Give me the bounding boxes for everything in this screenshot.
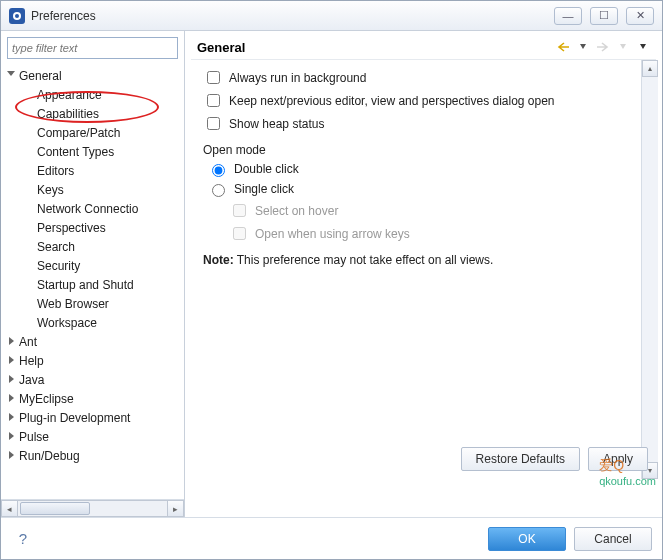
tree-item[interactable]: Content Types [7, 143, 184, 162]
show-heap-status-label: Show heap status [229, 117, 324, 131]
tree-item[interactable]: MyEclipse [7, 390, 184, 409]
tree-item[interactable]: Perspectives [7, 219, 184, 238]
always-run-background-label: Always run in background [229, 71, 366, 85]
sidebar: General AppearanceCapabilitiesCompare/Pa… [1, 31, 185, 517]
tree-item[interactable]: Help [7, 352, 184, 371]
note-text: Note: This preference may not take effec… [203, 253, 644, 267]
apply-button[interactable]: Apply [588, 447, 648, 471]
view-menu-icon[interactable] [634, 39, 652, 55]
window-title: Preferences [31, 9, 554, 23]
tree-item[interactable]: Startup and Shutd [7, 276, 184, 295]
cancel-button[interactable]: Cancel [574, 527, 652, 551]
tree-item[interactable]: Search [7, 238, 184, 257]
tree-item[interactable]: Appearance [7, 86, 184, 105]
tree-item[interactable]: Plug-in Development [7, 409, 184, 428]
tree-item[interactable]: Java [7, 371, 184, 390]
back-menu-icon[interactable] [574, 39, 592, 55]
open-arrow-keys-label: Open when using arrow keys [255, 227, 410, 241]
tree-item[interactable]: Compare/Patch [7, 124, 184, 143]
settings-panel: General ▴ ▾ Always run in background Kee… [185, 31, 662, 517]
filter-box [7, 37, 178, 59]
single-click-label: Single click [234, 182, 294, 196]
close-button[interactable]: ✕ [626, 7, 654, 25]
app-icon [9, 8, 25, 24]
forward-icon [594, 39, 612, 55]
preferences-window: Preferences ― ☐ ✕ General AppearanceCapa… [0, 0, 663, 560]
tree-item[interactable]: Security [7, 257, 184, 276]
tree-item[interactable]: Capabilities [7, 105, 184, 124]
restore-defaults-button[interactable]: Restore Defaults [461, 447, 580, 471]
tree-item[interactable]: Network Connectio [7, 200, 184, 219]
tree-item[interactable]: Pulse [7, 428, 184, 447]
tree-item[interactable]: Editors [7, 162, 184, 181]
double-click-radio[interactable] [212, 164, 225, 177]
always-run-background-checkbox[interactable] [207, 71, 220, 84]
help-button[interactable]: ? [11, 527, 35, 551]
open-mode-group: Open mode Double click Single click Sele… [203, 141, 644, 245]
forward-menu-icon [614, 39, 632, 55]
back-icon[interactable] [554, 39, 572, 55]
svg-point-1 [15, 14, 19, 18]
tree-item-general[interactable]: General [7, 67, 184, 86]
double-click-label: Double click [234, 162, 299, 176]
tree-item[interactable]: Run/Debug [7, 447, 184, 466]
scroll-thumb[interactable] [20, 502, 90, 515]
maximize-button[interactable]: ☐ [590, 7, 618, 25]
keep-next-previous-label: Keep next/previous editor, view and pers… [229, 94, 555, 108]
panel-body: ▴ ▾ Always run in background Keep next/p… [191, 59, 656, 479]
tree-item[interactable]: Keys [7, 181, 184, 200]
select-on-hover-checkbox [233, 204, 246, 217]
open-arrow-keys-checkbox [233, 227, 246, 240]
scroll-left-icon[interactable]: ◂ [1, 500, 18, 517]
content-area: General AppearanceCapabilitiesCompare/Pa… [1, 31, 662, 517]
category-tree: General AppearanceCapabilitiesCompare/Pa… [1, 65, 184, 499]
titlebar: Preferences ― ☐ ✕ [1, 1, 662, 31]
single-click-radio[interactable] [212, 184, 225, 197]
ok-button[interactable]: OK [488, 527, 566, 551]
window-controls: ― ☐ ✕ [554, 7, 654, 25]
show-heap-status-checkbox[interactable] [207, 117, 220, 130]
page-buttons: Restore Defaults Apply [461, 447, 648, 471]
keep-next-previous-checkbox[interactable] [207, 94, 220, 107]
minimize-button[interactable]: ― [554, 7, 582, 25]
scroll-right-icon[interactable]: ▸ [167, 500, 184, 517]
tree-label: General [19, 69, 62, 83]
panel-header: General [185, 31, 662, 59]
scroll-track[interactable] [18, 500, 167, 517]
horizontal-scrollbar[interactable]: ◂ ▸ [1, 499, 184, 517]
scroll-up-icon[interactable]: ▴ [642, 60, 658, 77]
panel-title: General [197, 40, 554, 55]
select-on-hover-label: Select on hover [255, 204, 338, 218]
open-mode-label: Open mode [203, 141, 644, 159]
tree-item[interactable]: Web Browser [7, 295, 184, 314]
tree-item[interactable]: Ant [7, 333, 184, 352]
dialog-footer: ? OK Cancel [1, 517, 662, 559]
vertical-scrollbar[interactable]: ▴ ▾ [641, 60, 658, 479]
panel-toolbar [554, 39, 652, 55]
tree-item[interactable]: Workspace [7, 314, 184, 333]
filter-input[interactable] [8, 38, 177, 58]
